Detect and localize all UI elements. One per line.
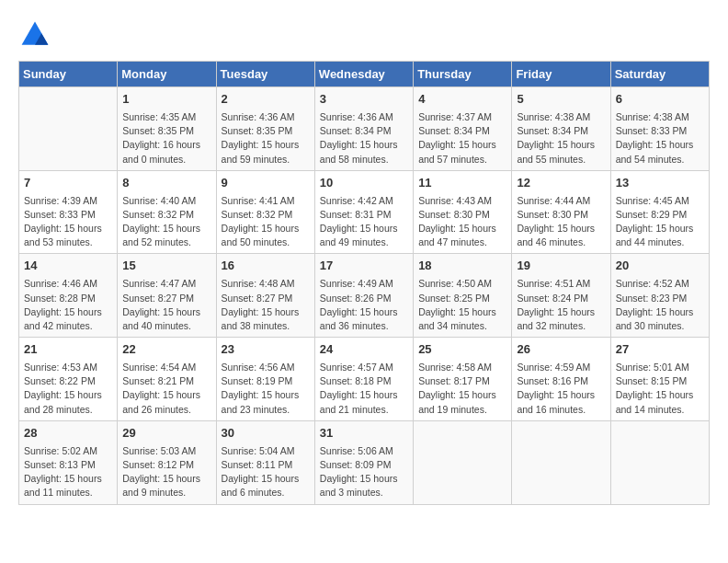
calendar-cell <box>414 420 512 504</box>
cell-content: Sunrise: 4:57 AMSunset: 8:18 PMDaylight:… <box>320 361 408 417</box>
day-number: 28 <box>24 425 112 442</box>
calendar-table: SundayMondayTuesdayWednesdayThursdayFrid… <box>18 61 710 505</box>
cell-content: Sunrise: 4:53 AMSunset: 8:22 PMDaylight:… <box>24 361 112 417</box>
cell-content: Sunrise: 4:39 AMSunset: 8:33 PMDaylight:… <box>24 194 112 250</box>
day-number: 6 <box>616 91 704 109</box>
calendar-cell: 19Sunrise: 4:51 AMSunset: 8:24 PMDayligh… <box>512 254 610 338</box>
day-number: 17 <box>320 258 408 275</box>
logo-icon <box>18 18 51 52</box>
day-number: 11 <box>418 175 506 192</box>
day-number: 25 <box>418 341 506 359</box>
weekday-header-friday: Friday <box>512 62 610 87</box>
calendar-cell <box>610 420 709 504</box>
day-number: 13 <box>616 175 704 192</box>
weekday-header-monday: Monday <box>118 62 216 87</box>
cell-content: Sunrise: 4:43 AMSunset: 8:30 PMDaylight:… <box>418 194 506 250</box>
calendar-cell <box>19 87 118 171</box>
calendar-cell: 11Sunrise: 4:43 AMSunset: 8:30 PMDayligh… <box>414 170 512 254</box>
calendar-cell: 28Sunrise: 5:02 AMSunset: 8:13 PMDayligh… <box>19 420 118 504</box>
cell-content: Sunrise: 4:46 AMSunset: 8:28 PMDaylight:… <box>24 277 112 333</box>
day-number: 29 <box>122 425 210 442</box>
cell-content: Sunrise: 4:42 AMSunset: 8:31 PMDaylight:… <box>320 194 408 250</box>
calendar-week-row: 14Sunrise: 4:46 AMSunset: 8:28 PMDayligh… <box>19 254 710 338</box>
cell-content: Sunrise: 4:49 AMSunset: 8:26 PMDaylight:… <box>320 277 408 333</box>
day-number: 2 <box>222 91 310 109</box>
day-number: 5 <box>517 91 605 109</box>
cell-content: Sunrise: 4:47 AMSunset: 8:27 PMDaylight:… <box>122 277 210 333</box>
cell-content: Sunrise: 4:40 AMSunset: 8:32 PMDaylight:… <box>122 194 210 250</box>
cell-content: Sunrise: 5:06 AMSunset: 8:09 PMDaylight:… <box>320 444 408 500</box>
calendar-cell: 21Sunrise: 4:53 AMSunset: 8:22 PMDayligh… <box>19 338 118 421</box>
cell-content: Sunrise: 4:38 AMSunset: 8:34 PMDaylight:… <box>517 110 605 167</box>
day-number: 1 <box>122 91 210 109</box>
weekday-header-sunday: Sunday <box>19 62 118 87</box>
weekday-header-thursday: Thursday <box>414 62 512 87</box>
cell-content: Sunrise: 4:51 AMSunset: 8:24 PMDaylight:… <box>517 277 605 333</box>
calendar-cell: 16Sunrise: 4:48 AMSunset: 8:27 PMDayligh… <box>216 254 314 338</box>
calendar-cell: 31Sunrise: 5:06 AMSunset: 8:09 PMDayligh… <box>314 420 413 504</box>
day-number: 24 <box>320 341 408 359</box>
cell-content: Sunrise: 4:52 AMSunset: 8:23 PMDaylight:… <box>616 277 704 333</box>
calendar-cell: 13Sunrise: 4:45 AMSunset: 8:29 PMDayligh… <box>610 170 709 254</box>
cell-content: Sunrise: 4:50 AMSunset: 8:25 PMDaylight:… <box>418 277 506 333</box>
day-number: 3 <box>320 91 408 109</box>
day-number: 20 <box>616 258 704 275</box>
cell-content: Sunrise: 4:58 AMSunset: 8:17 PMDaylight:… <box>418 361 506 417</box>
cell-content: Sunrise: 4:35 AMSunset: 8:35 PMDaylight:… <box>122 110 210 167</box>
weekday-header-saturday: Saturday <box>610 62 709 87</box>
calendar-cell: 20Sunrise: 4:52 AMSunset: 8:23 PMDayligh… <box>610 254 709 338</box>
day-number: 26 <box>517 341 605 359</box>
day-number: 31 <box>320 425 408 442</box>
day-number: 15 <box>122 258 210 275</box>
cell-content: Sunrise: 4:48 AMSunset: 8:27 PMDaylight:… <box>222 277 310 333</box>
calendar-week-row: 21Sunrise: 4:53 AMSunset: 8:22 PMDayligh… <box>19 338 710 421</box>
cell-content: Sunrise: 4:59 AMSunset: 8:16 PMDaylight:… <box>517 361 605 417</box>
day-number: 19 <box>517 258 605 275</box>
day-number: 23 <box>222 341 310 359</box>
cell-content: Sunrise: 4:41 AMSunset: 8:32 PMDaylight:… <box>222 194 310 250</box>
day-number: 14 <box>24 258 112 275</box>
calendar-cell: 24Sunrise: 4:57 AMSunset: 8:18 PMDayligh… <box>314 338 413 421</box>
cell-content: Sunrise: 4:56 AMSunset: 8:19 PMDaylight:… <box>222 361 310 417</box>
day-number: 7 <box>24 175 112 192</box>
calendar-cell: 6Sunrise: 4:38 AMSunset: 8:33 PMDaylight… <box>610 87 709 171</box>
logo <box>18 18 55 52</box>
calendar-cell: 10Sunrise: 4:42 AMSunset: 8:31 PMDayligh… <box>314 170 413 254</box>
calendar-cell: 15Sunrise: 4:47 AMSunset: 8:27 PMDayligh… <box>118 254 216 338</box>
calendar-week-row: 7Sunrise: 4:39 AMSunset: 8:33 PMDaylight… <box>19 170 710 254</box>
day-number: 22 <box>122 341 210 359</box>
calendar-cell: 23Sunrise: 4:56 AMSunset: 8:19 PMDayligh… <box>216 338 314 421</box>
cell-content: Sunrise: 4:54 AMSunset: 8:21 PMDaylight:… <box>122 361 210 417</box>
cell-content: Sunrise: 5:02 AMSunset: 8:13 PMDaylight:… <box>24 444 112 500</box>
calendar-cell <box>512 420 610 504</box>
calendar-cell: 18Sunrise: 4:50 AMSunset: 8:25 PMDayligh… <box>414 254 512 338</box>
cell-content: Sunrise: 4:44 AMSunset: 8:30 PMDaylight:… <box>517 194 605 250</box>
day-number: 18 <box>418 258 506 275</box>
calendar-week-row: 1Sunrise: 4:35 AMSunset: 8:35 PMDaylight… <box>19 87 710 171</box>
calendar-cell: 1Sunrise: 4:35 AMSunset: 8:35 PMDaylight… <box>118 87 216 171</box>
calendar-cell: 27Sunrise: 5:01 AMSunset: 8:15 PMDayligh… <box>610 338 709 421</box>
day-number: 8 <box>122 175 210 192</box>
day-number: 12 <box>517 175 605 192</box>
calendar-cell: 14Sunrise: 4:46 AMSunset: 8:28 PMDayligh… <box>19 254 118 338</box>
day-number: 30 <box>222 425 310 442</box>
calendar-cell: 7Sunrise: 4:39 AMSunset: 8:33 PMDaylight… <box>19 170 118 254</box>
cell-content: Sunrise: 4:36 AMSunset: 8:34 PMDaylight:… <box>320 110 408 167</box>
weekday-header-tuesday: Tuesday <box>216 62 314 87</box>
cell-content: Sunrise: 5:03 AMSunset: 8:12 PMDaylight:… <box>122 444 210 500</box>
calendar-week-row: 28Sunrise: 5:02 AMSunset: 8:13 PMDayligh… <box>19 420 710 504</box>
cell-content: Sunrise: 4:45 AMSunset: 8:29 PMDaylight:… <box>616 194 704 250</box>
calendar-header-row: SundayMondayTuesdayWednesdayThursdayFrid… <box>19 62 710 87</box>
day-number: 21 <box>24 341 112 359</box>
day-number: 9 <box>222 175 310 192</box>
calendar-cell: 17Sunrise: 4:49 AMSunset: 8:26 PMDayligh… <box>314 254 413 338</box>
day-number: 4 <box>418 91 506 109</box>
calendar-cell: 9Sunrise: 4:41 AMSunset: 8:32 PMDaylight… <box>216 170 314 254</box>
calendar-cell: 8Sunrise: 4:40 AMSunset: 8:32 PMDaylight… <box>118 170 216 254</box>
cell-content: Sunrise: 4:38 AMSunset: 8:33 PMDaylight:… <box>616 110 704 167</box>
calendar-cell: 5Sunrise: 4:38 AMSunset: 8:34 PMDaylight… <box>512 87 610 171</box>
calendar-cell: 12Sunrise: 4:44 AMSunset: 8:30 PMDayligh… <box>512 170 610 254</box>
calendar-cell: 25Sunrise: 4:58 AMSunset: 8:17 PMDayligh… <box>414 338 512 421</box>
calendar-cell: 29Sunrise: 5:03 AMSunset: 8:12 PMDayligh… <box>118 420 216 504</box>
calendar-cell: 22Sunrise: 4:54 AMSunset: 8:21 PMDayligh… <box>118 338 216 421</box>
